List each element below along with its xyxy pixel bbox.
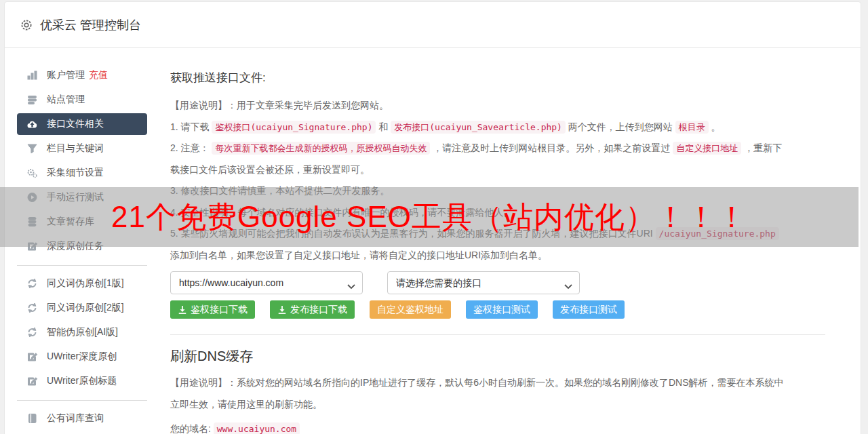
cloud-upload-icon (26, 119, 38, 130)
sidebar-item-label: 采集细节设置 (47, 167, 104, 179)
dns-description: 【用途说明】：系统对您的网站域名所指向的IP地址进行了缓存，默认每6小时自动刷新… (170, 372, 784, 415)
bar-chart-icon (26, 70, 38, 81)
section-divider (170, 334, 825, 335)
filter-icon (26, 143, 38, 154)
publish-interface-download-button[interactable]: 发布接口下载 (270, 300, 355, 319)
app-title: 优采云 管理控制台 (40, 17, 141, 33)
promo-text: 21个免费Google SEO工具（站内优化）！！！ (111, 197, 747, 237)
refresh-icon (26, 278, 38, 289)
book-icon (26, 413, 38, 424)
refresh-icon (26, 302, 38, 313)
app-header: 优采云 管理控制台 (5, 2, 861, 48)
sidebar-item-interface-files[interactable]: 接口文件相关 (17, 113, 147, 135)
sidebar-item-account[interactable]: 账户管理 充值 (17, 63, 147, 87)
edit-icon (26, 351, 38, 362)
selects-row: https://www.ucaiyun.com 请选择您需要的接口 (170, 271, 825, 294)
sidebar-item-synonym-v1[interactable]: 同义词伪原创[1版] (17, 271, 147, 296)
sidebar-item-sites[interactable]: 站点管理 (17, 87, 147, 112)
button-label: 自定义鉴权地址 (377, 304, 443, 316)
interface-select[interactable]: 请选择您需要的接口 (387, 271, 580, 294)
custom-auth-address-button[interactable]: 自定义鉴权地址 (370, 300, 451, 319)
sidebar-item-collection-settings[interactable]: 采集细节设置 (17, 161, 147, 185)
paragraph-usage: 【用途说明】：用于文章采集完毕后发送到您网站。 (170, 95, 784, 117)
sidebar-item-label: 公有词库查询 (47, 412, 104, 425)
paragraph-step2: 2. 注意： 每次重新下载都会生成新的授权码，原授权码自动失效 ，请注意及时上传… (170, 138, 784, 180)
page-title: 获取推送接口文件: (170, 67, 825, 86)
your-domain-line: 您的域名: www.ucaiyun.com (170, 418, 784, 434)
sidebar-item-uwriter-deep[interactable]: UWriter深度原创 (17, 344, 147, 369)
sidebar-item-label: 同义词伪原创[2版] (47, 302, 124, 314)
sidebar-item-label: 接口文件相关 (47, 118, 104, 130)
sidebar-item-synonym-v2[interactable]: 同义词伪原创[2版] (17, 296, 147, 320)
sidebar-item-uwriter-title[interactable]: UWriter原创标题 (17, 369, 147, 393)
sidebar-item-label: 同义词伪原创[1版] (47, 277, 124, 290)
sidebar-item-public-thesaurus[interactable]: 公有词库查询 (17, 406, 147, 431)
sidebar-item-label: 站点管理 (47, 94, 85, 106)
interface-select-control[interactable]: 请选择您需要的接口 (387, 271, 580, 294)
sidebar: 账户管理 充值 站点管理 接口文件相关 栏目与关键词 (17, 63, 147, 431)
sidebar-divider (17, 400, 147, 401)
recharge-badge[interactable]: 充值 (89, 69, 108, 81)
sidebar-item-label: 智能伪原创[AI版] (47, 326, 118, 338)
publish-interface-test-button[interactable]: 发布接口测试 (553, 300, 625, 319)
auth-interface-download-button[interactable]: 鉴权接口下载 (170, 300, 255, 319)
promo-banner: 21个免费Google SEO工具（站内优化）！！！ (0, 187, 859, 247)
button-label: 发布接口测试 (560, 304, 617, 316)
edit-icon (26, 376, 38, 387)
auth-interface-test-button[interactable]: 鉴权接口测试 (466, 300, 538, 319)
sidebar-item-label: 账户管理 (47, 69, 85, 81)
site-select[interactable]: https://www.ucaiyun.com (170, 271, 363, 294)
download-icon (277, 305, 287, 315)
button-label: 鉴权接口下载 (191, 304, 248, 316)
dns-section-title: 刷新DNS缓存 (170, 347, 825, 366)
button-label: 发布接口下载 (290, 304, 347, 316)
sidebar-item-columns-keywords[interactable]: 栏目与关键词 (17, 136, 147, 161)
button-label: 鉴权接口测试 (473, 304, 530, 316)
gear-icon (20, 18, 33, 32)
refresh-icon (26, 327, 38, 338)
paragraph-step1: 1. 请下载 鉴权接口(ucaiyun_Signature.php) 和 发布接… (170, 117, 784, 138)
main-content: 获取推送接口文件: 【用途说明】：用于文章采集完毕后发送到您网站。 1. 请下载… (170, 67, 825, 434)
buttons-row: 鉴权接口下载 发布接口下载 自定义鉴权地址 鉴权接口测试 发布接口测试 (170, 300, 825, 319)
download-icon (178, 305, 187, 315)
sidebar-item-label: UWriter原创标题 (47, 375, 117, 387)
site-select-control[interactable]: https://www.ucaiyun.com (170, 271, 363, 294)
sidebar-item-ai-rewrite[interactable]: 智能伪原创[AI版] (17, 320, 147, 344)
server-list-icon (26, 94, 38, 105)
sidebar-divider (17, 265, 147, 266)
gears-icon (26, 167, 38, 178)
sidebar-item-label: 栏目与关键词 (47, 142, 104, 155)
sidebar-item-label: UWriter深度原创 (47, 351, 117, 363)
